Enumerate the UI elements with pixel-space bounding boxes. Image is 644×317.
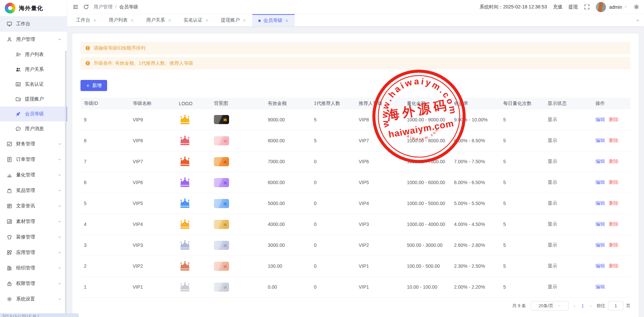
sidebar-item-orders[interactable]: 订单管理 [0,152,67,167]
sidebar-item-quant[interactable]: 量化管理 [0,167,67,183]
gen1-referrals: 0 [311,172,355,193]
sidebar-item-realname-auth[interactable]: 实名认证 [0,77,67,92]
delete-link[interactable]: 删除 [609,263,618,268]
edit-link[interactable]: 编辑 [595,138,605,143]
sidebar-item-user-management[interactable]: 用户管理 [0,32,67,47]
close-icon[interactable] [93,19,97,22]
prev-page-button[interactable]: ‹ [574,303,575,309]
delete-link[interactable]: 删除 [609,179,618,185]
tab-realname-auth[interactable]: 实名认证 [178,14,215,26]
crown-mini-icon [223,139,227,143]
table-row: 2 VIP2 100.00 0 VIP1 100.00 - 500.00 2.3… [80,256,631,277]
edit-link[interactable]: 编辑 [595,263,605,268]
actions-cell: 编辑删除 [592,151,631,172]
sidebar-item-materials[interactable]: 素材管理 [0,214,67,229]
edit-link[interactable]: 编辑 [595,179,605,185]
actions-cell: 编辑删除 [592,193,631,214]
edit-link[interactable]: 编辑 [595,242,605,248]
app-logo: 海外量化 [0,0,67,16]
delete-link[interactable]: 删除 [609,158,618,164]
sidebar-item-organization[interactable]: 组织管理 [0,260,67,276]
edit-link[interactable]: 编辑 [595,117,605,122]
sidebar-item-user-messages[interactable]: 用户消息 [0,121,67,136]
page-number[interactable]: 1 [581,303,584,308]
sidebar-item-withdraw-account[interactable]: 提现账户 [0,92,67,107]
pager: ‹ 1 › [574,303,591,309]
tab-withdraw-account[interactable]: 提现账户 [215,14,252,26]
tab-member-level[interactable]: 会员等级 [252,14,295,26]
level-name: VIP8 [129,130,175,151]
collapse-sidebar-icon[interactable] [73,4,78,10]
referrer-level: VIP1 [355,256,404,277]
sidebar-item-user-relations[interactable]: 用户关系 [0,62,67,77]
sidebar-item-user-list[interactable]: 用户列表 [0,47,67,62]
edit-link[interactable]: 编辑 [595,158,605,164]
add-button[interactable]: 新增 [80,80,107,91]
sidebar-menu: 工作台 用户管理 用户列表 用户关系 实名认证 提现账户 会员等级 [0,16,67,307]
col-logo: LOGO [175,98,211,109]
close-icon[interactable] [168,19,171,22]
refresh-icon[interactable] [83,4,89,10]
withdraw-link[interactable]: 提现 [569,4,578,10]
avatar[interactable] [596,2,606,12]
sidebar-item-articles[interactable]: 文章资讯 [0,198,67,214]
delete-link[interactable]: 删除 [609,242,618,248]
gear-icon [7,296,12,302]
pagination: 共 9 条 20条/页 ‹ 1 › 前往 页 [80,298,631,314]
sidebar-item-permissions[interactable]: 权限管理 [0,276,67,291]
bg-image-cell [211,172,264,193]
sidebar-scrollbar[interactable] [65,51,67,314]
actions-cell: 编辑删除 [592,235,631,256]
delete-link[interactable]: 删除 [609,221,618,227]
chevron-down-icon [58,189,62,193]
page-size-select[interactable]: 20条/页 [531,301,569,311]
tab-workbench[interactable]: 工作台 [70,14,103,26]
col-level-id: 等级ID [80,98,129,109]
chevron-down-icon [58,282,62,286]
sidebar-item-finance[interactable]: 财务管理 [0,136,67,152]
table-row: 3 VIP3 3000.00 0 VIP2 500.00 - 3000.00 2… [80,235,631,256]
sidebar-item-prizes[interactable]: 奖品管理 [0,183,67,198]
sidebar-item-workbench[interactable]: 工作台 [0,16,67,32]
next-page-button[interactable]: › [590,303,591,309]
breadcrumb-parent[interactable]: 用户管理 [94,4,112,10]
sidebar-item-apps[interactable]: 应用管理 [0,245,67,260]
sidebar-item-decoration[interactable]: 装修管理 [0,229,67,245]
user-menu[interactable]: admin [609,4,627,10]
close-icon[interactable] [285,19,289,23]
logo-cell [175,130,211,151]
tab-user-list[interactable]: 用户列表 [103,14,140,26]
settings-gear-icon[interactable] [634,4,639,10]
delete-link[interactable]: 删除 [609,117,618,122]
tab-user-relations[interactable]: 用户关系 [140,14,178,26]
goto-page-input[interactable] [608,301,623,311]
col-quant-amount: 量化金额 [404,98,451,109]
crown-logo-icon [179,261,191,271]
fullscreen-icon[interactable] [584,4,590,10]
crown-mini-icon [223,285,227,289]
warning-icon [85,46,90,51]
delete-link[interactable]: 删除 [609,138,618,143]
level-id: 5 [80,193,129,214]
level-id: 1 [80,277,129,297]
delete-link[interactable]: 删除 [609,200,618,206]
edit-link[interactable]: 编辑 [595,200,605,206]
sidebar-item-system-settings[interactable]: 系统设置 [0,291,67,307]
background-card-image [214,157,229,166]
recharge-link[interactable]: 充值 [553,4,562,10]
close-icon[interactable] [243,19,246,22]
display-status: 显示 [544,130,592,151]
tab-overflow-button[interactable] [631,14,644,26]
close-icon[interactable] [205,19,209,22]
crown-logo-icon [179,115,191,125]
edit-link[interactable]: 编辑 [595,284,605,289]
edit-link[interactable]: 编辑 [595,221,605,227]
display-status: 显示 [544,193,592,214]
logo-cell [175,214,211,235]
sidebar-item-member-level[interactable]: 会员等级 [0,107,67,121]
close-icon[interactable] [130,19,134,22]
level-id: 2 [80,256,129,277]
valid-amount: 9000.00 [264,109,311,130]
gen1-referrals: 0 [311,277,355,297]
crown-logo-icon [179,219,191,229]
